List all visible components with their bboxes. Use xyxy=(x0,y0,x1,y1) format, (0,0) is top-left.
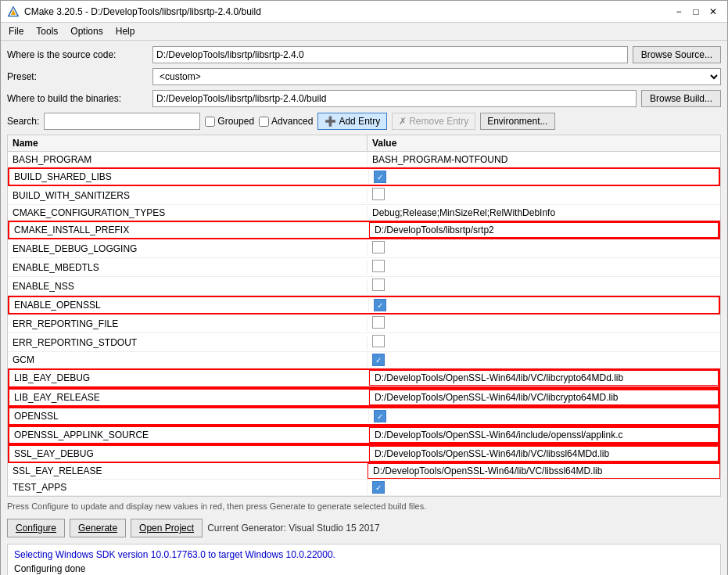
table-row[interactable]: OPENSSL xyxy=(8,407,720,426)
binaries-label: Where to build the binaries: xyxy=(7,93,148,104)
table-row[interactable]: OPENSSL_APPLINK_SOURCED:/DevelopTools/Op… xyxy=(8,426,720,444)
remove-entry-button[interactable]: ✗ Remove Entry xyxy=(392,113,475,130)
cell-value xyxy=(368,333,720,351)
table-row[interactable]: LIB_EAY_DEBUGD:/DevelopTools/OpenSSL-Win… xyxy=(9,370,719,386)
cell-name: ENABLE_OPENSSL xyxy=(9,298,369,312)
cmake-icon xyxy=(7,5,20,18)
main-window: CMake 3.20.5 - D:/DevelopTools/libsrtp/l… xyxy=(0,0,728,575)
advanced-checkbox[interactable] xyxy=(259,117,269,127)
table-row[interactable]: CMAKE_INSTALL_PREFIXD:/DevelopTools/libs… xyxy=(8,221,720,239)
checkbox-cell[interactable] xyxy=(372,260,385,272)
table-row[interactable]: SSL_EAY_DEBUGD:/DevelopTools/OpenSSL-Win… xyxy=(8,444,720,463)
toolbar-row: Search: Grouped Advanced ➕ Add Entry ✗ R… xyxy=(7,111,721,131)
table-row[interactable]: BUILD_WITH_SANITIZERS xyxy=(8,186,720,205)
menu-bar: File Tools Options Help xyxy=(1,23,727,41)
x-icon: ✗ xyxy=(399,116,407,127)
open-project-button[interactable]: Open Project xyxy=(131,519,203,537)
cell-value xyxy=(368,314,720,332)
configure-button[interactable]: Configure xyxy=(7,519,65,537)
checkbox-cell[interactable] xyxy=(372,188,385,200)
cell-name: OPENSSL_APPLINK_SOURCE xyxy=(9,428,369,442)
cell-name: GCM xyxy=(8,353,368,367)
preset-row: Preset: <custom> xyxy=(7,67,721,86)
cell-value xyxy=(369,408,719,424)
table-row[interactable]: SSL_EAY_RELEASED:/DevelopTools/OpenSSL-W… xyxy=(8,463,720,480)
action-row: Configure Generate Open Project Current … xyxy=(7,516,721,541)
cell-value xyxy=(368,480,720,495)
checkbox-cell[interactable] xyxy=(372,335,385,347)
cell-value xyxy=(368,352,720,368)
table-row[interactable]: ENABLE_OPENSSL xyxy=(8,296,720,314)
cell-name: CMAKE_INSTALL_PREFIX xyxy=(9,223,369,237)
cell-value xyxy=(368,258,720,276)
checkbox-cell[interactable] xyxy=(372,316,385,329)
cell-value: D:/DevelopTools/OpenSSL-Win64/lib/VC/lib… xyxy=(368,463,720,479)
table-row[interactable]: ERR_REPORTING_STDOUT xyxy=(8,333,720,352)
cell-name: SSL_EAY_DEBUG xyxy=(9,447,369,461)
main-content: Where is the source code: Browse Source.… xyxy=(1,41,727,575)
table-row[interactable]: ENABLE_MBEDTLS xyxy=(8,258,720,277)
menu-tools[interactable]: Tools xyxy=(31,24,63,38)
cell-name: ERR_REPORTING_FILE xyxy=(8,317,368,331)
source-input[interactable] xyxy=(152,46,628,63)
source-label: Where is the source code: xyxy=(7,49,148,60)
cell-value: D:/DevelopTools/OpenSSL-Win64/include/op… xyxy=(369,427,719,443)
cell-value xyxy=(369,297,719,313)
cell-name: ERR_REPORTING_STDOUT xyxy=(8,336,368,350)
cmake-table: Name Value BASH_PROGRAMBASH_PROGRAM-NOTF… xyxy=(7,135,721,497)
cell-name: CMAKE_CONFIGURATION_TYPES xyxy=(8,206,368,220)
menu-options[interactable]: Options xyxy=(66,24,107,38)
table-row[interactable]: CMAKE_CONFIGURATION_TYPESDebug;Release;M… xyxy=(8,205,720,221)
checkbox-cell[interactable] xyxy=(374,171,386,183)
col-name-header: Name xyxy=(8,135,368,151)
binaries-input[interactable] xyxy=(152,90,637,107)
remove-entry-label: Remove Entry xyxy=(409,116,468,127)
minimize-button[interactable]: − xyxy=(671,4,687,20)
cell-value: BASH_PROGRAM-NOTFOUND xyxy=(368,153,720,167)
cell-value xyxy=(369,169,719,185)
cell-name: SSL_EAY_RELEASE xyxy=(8,464,368,478)
table-row[interactable]: BASH_PROGRAMBASH_PROGRAM-NOTFOUND xyxy=(8,152,720,167)
maximize-button[interactable]: □ xyxy=(688,4,704,20)
title-controls: − □ ✕ xyxy=(671,4,721,20)
cell-value: D:/DevelopTools/OpenSSL-Win64/lib/VC/lib… xyxy=(369,446,719,462)
output-area: Selecting Windows SDK version 10.0.17763… xyxy=(7,544,721,575)
cell-value xyxy=(368,239,720,257)
search-input[interactable] xyxy=(44,113,200,130)
checkbox-cell[interactable] xyxy=(372,354,385,366)
generate-button[interactable]: Generate xyxy=(70,519,126,537)
checkbox-cell[interactable] xyxy=(372,279,385,291)
cell-value: D:/DevelopTools/libsrtp/srtp2 xyxy=(369,222,719,238)
advanced-label: Advanced xyxy=(271,116,313,127)
checkbox-cell[interactable] xyxy=(374,410,386,422)
grouped-checkbox-label[interactable]: Grouped xyxy=(205,116,254,127)
output-line: Configuring done xyxy=(14,562,714,575)
table-row[interactable]: LIB_EAY_RELEASED:/DevelopTools/OpenSSL-W… xyxy=(8,388,720,407)
add-entry-button[interactable]: ➕ Add Entry xyxy=(317,113,387,130)
browse-source-button[interactable]: Browse Source... xyxy=(633,46,721,63)
plus-icon: ➕ xyxy=(325,116,336,127)
menu-help[interactable]: Help xyxy=(111,24,140,38)
preset-label: Preset: xyxy=(7,71,148,82)
output-line: Selecting Windows SDK version 10.0.17763… xyxy=(14,548,714,562)
table-row[interactable]: GCM xyxy=(8,352,720,368)
table-row[interactable]: ERR_REPORTING_FILE xyxy=(8,314,720,333)
preset-select[interactable]: <custom> xyxy=(152,68,721,85)
grouped-checkbox[interactable] xyxy=(205,117,215,127)
table-body: BASH_PROGRAMBASH_PROGRAM-NOTFOUNDBUILD_S… xyxy=(8,152,720,496)
checkbox-cell[interactable] xyxy=(372,481,385,494)
table-row[interactable]: BUILD_SHARED_LIBS xyxy=(8,167,720,186)
table-row[interactable]: ENABLE_DEBUG_LOGGING xyxy=(8,239,720,258)
menu-file[interactable]: File xyxy=(4,24,28,38)
environment-button[interactable]: Environment... xyxy=(480,113,554,130)
advanced-checkbox-label[interactable]: Advanced xyxy=(259,116,313,127)
table-row[interactable]: TEST_APPS xyxy=(8,480,720,496)
checkbox-cell[interactable] xyxy=(374,299,386,311)
cell-name: ENABLE_NSS xyxy=(8,279,368,293)
table-row[interactable]: ENABLE_NSS xyxy=(8,277,720,296)
checkbox-cell[interactable] xyxy=(372,241,385,253)
close-button[interactable]: ✕ xyxy=(705,4,721,20)
generator-text: Current Generator: Visual Studio 15 2017 xyxy=(207,523,380,534)
browse-build-button[interactable]: Browse Build... xyxy=(641,90,721,107)
cell-name: BUILD_WITH_SANITIZERS xyxy=(8,189,368,203)
